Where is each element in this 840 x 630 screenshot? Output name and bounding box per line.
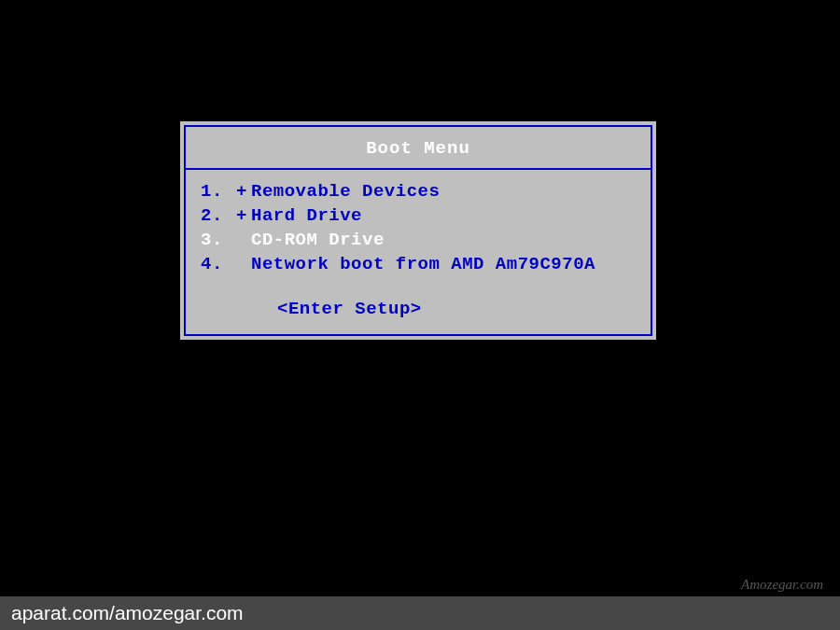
boot-item-expand-icon bbox=[236, 252, 251, 276]
boot-menu-title-bar: Boot Menu bbox=[186, 127, 651, 170]
boot-item-hard-drive[interactable]: 2. + Hard Drive bbox=[201, 203, 636, 228]
boot-item-expand-icon bbox=[236, 228, 251, 252]
boot-item-number: 3. bbox=[201, 228, 236, 252]
boot-item-removable-devices[interactable]: 1. + Removable Devices bbox=[201, 179, 636, 203]
boot-menu-title: Boot Menu bbox=[366, 138, 470, 159]
boot-menu-dialog: Boot Menu 1. + Removable Devices 2. + Ha… bbox=[180, 121, 656, 340]
boot-item-network-boot[interactable]: 4. Network boot from AMD Am79C970A bbox=[201, 252, 636, 276]
boot-item-cdrom-drive[interactable]: 3. CD-ROM Drive bbox=[201, 228, 636, 252]
boot-menu-inner-border: Boot Menu 1. + Removable Devices 2. + Ha… bbox=[184, 125, 652, 336]
boot-item-label: Hard Drive bbox=[251, 203, 362, 228]
boot-item-label: CD-ROM Drive bbox=[251, 228, 385, 252]
boot-menu-items-list: 1. + Removable Devices 2. + Hard Drive 3… bbox=[186, 170, 651, 334]
watermark-bar: aparat.com/amozegar.com bbox=[0, 596, 840, 630]
watermark-brand: Amozegar.com bbox=[741, 577, 823, 593]
boot-item-number: 2. bbox=[201, 203, 236, 228]
boot-item-number: 4. bbox=[201, 252, 236, 276]
boot-item-expand-icon: + bbox=[236, 179, 251, 203]
enter-setup-option[interactable]: <Enter Setup> bbox=[277, 299, 636, 319]
boot-item-label: Removable Devices bbox=[251, 179, 440, 203]
boot-item-number: 1. bbox=[201, 179, 236, 203]
boot-item-label: Network boot from AMD Am79C970A bbox=[251, 252, 595, 276]
boot-item-expand-icon: + bbox=[236, 203, 251, 228]
watermark-url: aparat.com/amozegar.com bbox=[11, 602, 244, 624]
